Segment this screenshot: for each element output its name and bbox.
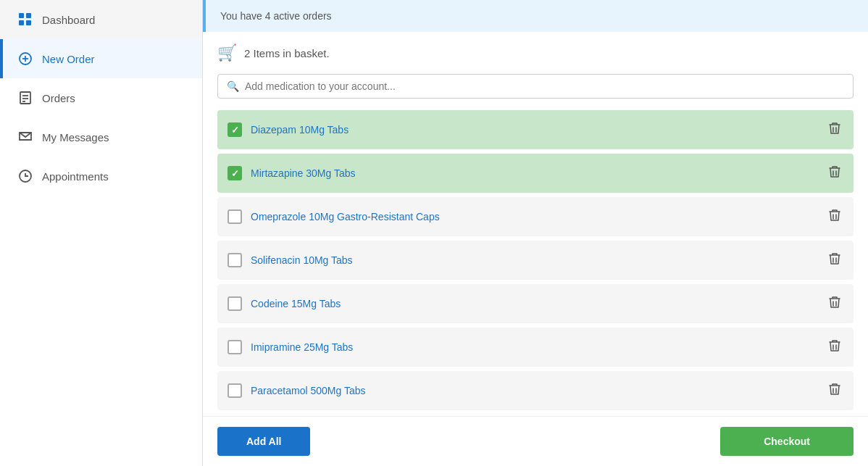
med-checkbox-2[interactable] [228,166,242,180]
delete-med-1[interactable] [826,119,843,141]
med-checkbox-1[interactable] [228,122,242,137]
med-checkbox-3[interactable] [228,209,242,224]
med-name-5: Codeine 15Mg Tabs [251,298,817,309]
sidebar-item-orders[interactable]: Orders [0,78,202,117]
med-checkbox-6[interactable] [228,340,242,354]
sidebar-item-label-new-order: New Order [42,53,95,65]
medication-row: Mirtazapine 30Mg Tabs [217,154,854,193]
banner-text: You have 4 active orders [220,10,332,22]
sidebar-item-label-appointments: Appointments [42,170,109,183]
medication-row: Solifenacin 10Mg Tabs [217,241,854,280]
medication-row: Diazepam 10Mg Tabs [217,110,854,149]
sidebar-item-dashboard[interactable]: Dashboard [0,0,202,39]
sidebar-item-label-dashboard: Dashboard [42,14,95,26]
delete-med-4[interactable] [826,249,843,271]
medication-row: Omeprazole 10Mg Gastro-Resistant Caps [217,197,854,236]
add-all-button[interactable]: Add All [217,427,310,456]
medication-row: Codeine 15Mg Tabs [217,284,854,323]
orders-icon [17,90,33,106]
basket-label: Items in basket. [254,47,330,59]
cart-icon: 🛒 [217,43,237,62]
search-input[interactable] [245,80,844,92]
medication-list: Diazepam 10Mg TabsMirtazapine 30Mg TabsO… [217,110,854,410]
search-icon: 🔍 [227,80,239,92]
basket-count: 2 Items in basket. [244,47,330,59]
footer-actions: Add All Checkout [203,416,868,466]
sidebar-item-label-my-messages: My Messages [42,131,109,143]
svg-rect-1 [26,13,31,18]
delete-med-2[interactable] [826,162,843,184]
content-area: 🛒 2 Items in basket. 🔍 Diazepam 10Mg Tab… [203,32,868,416]
grid-icon [17,12,33,28]
med-checkbox-7[interactable] [228,383,242,398]
main-content: You have 4 active orders 🛒 2 Items in ba… [203,0,868,466]
svg-rect-3 [26,20,31,25]
med-name-1: Diazepam 10Mg Tabs [251,124,817,136]
delete-med-3[interactable] [826,206,843,228]
med-checkbox-5[interactable] [228,296,242,311]
appointments-icon [17,168,33,184]
med-name-6: Imipramine 25Mg Tabs [251,341,817,353]
delete-med-6[interactable] [826,336,843,358]
sidebar-item-new-order[interactable]: New Order [0,39,202,78]
search-bar[interactable]: 🔍 [217,74,854,99]
delete-med-7[interactable] [826,380,843,401]
medication-row: Paracetamol 500Mg Tabs [217,371,854,410]
sidebar-item-my-messages[interactable]: My Messages [0,117,202,157]
new-order-icon [17,51,33,67]
delete-med-5[interactable] [826,293,843,315]
messages-icon [17,129,33,145]
med-name-4: Solifenacin 10Mg Tabs [251,254,817,266]
svg-rect-0 [19,13,24,18]
med-name-3: Omeprazole 10Mg Gastro-Resistant Caps [251,211,817,222]
med-checkbox-4[interactable] [228,253,242,267]
sidebar-item-appointments[interactable]: Appointments [0,157,202,196]
active-orders-banner: You have 4 active orders [203,0,868,32]
svg-rect-2 [19,20,24,25]
med-name-7: Paracetamol 500Mg Tabs [251,385,817,396]
sidebar: DashboardNew OrderOrdersMy MessagesAppoi… [0,0,203,466]
medication-row: Imipramine 25Mg Tabs [217,328,854,367]
sidebar-item-label-orders: Orders [42,92,75,104]
basket-summary: 🛒 2 Items in basket. [217,43,854,62]
checkout-button[interactable]: Checkout [720,427,854,456]
med-name-2: Mirtazapine 30Mg Tabs [251,167,817,179]
